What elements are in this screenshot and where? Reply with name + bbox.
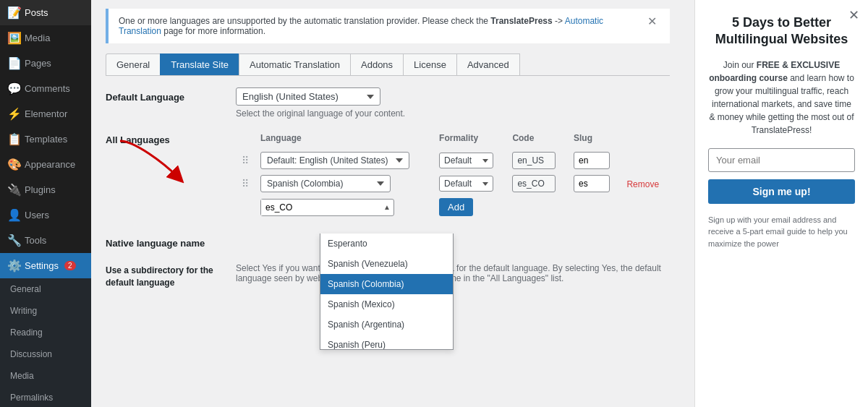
language-search-input[interactable] [261,200,380,215]
col-code: Code [506,130,568,149]
sidebar-item-media[interactable]: 🖼️ Media [0,25,91,51]
email-input[interactable] [708,148,855,172]
sidebar-item-users[interactable]: 👤 Users [0,202,91,228]
add-language-row: ▲ Add [236,195,670,219]
all-languages-row: All Languages Language Formality Code Sl… [106,130,670,219]
remove-language-button[interactable]: Remove [626,179,659,189]
sidebar-item-pages[interactable]: 📄 Pages [0,51,91,76]
submenu-item-media[interactable]: Media [0,365,91,387]
default-language-row: Default Language English (United States)… [106,87,670,119]
sidebar-item-posts[interactable]: 📝 Posts [0,0,91,25]
panel-footer-text: Sign up with your email address and rece… [708,214,855,250]
sidebar-item-templates[interactable]: 📋 Templates [0,127,91,152]
sidebar-item-comments[interactable]: 💬 Comments [0,76,91,101]
templates-icon: 📋 [7,132,20,146]
code-input-1[interactable] [512,152,556,169]
languages-table: Language Formality Code Slug ⠿ [236,130,670,219]
appearance-icon: 🎨 [7,158,20,171]
panel-close-button[interactable]: ✕ [848,7,859,23]
tab-general[interactable]: General [106,53,161,75]
formality-select-1[interactable]: Default [439,153,493,168]
right-panel: ✕ 5 Days to Better Multilingual Websites… [694,0,868,407]
sidebar-item-label: Elementor [25,108,67,119]
submenu-item-reading[interactable]: Reading [0,322,91,343]
dropdown-item[interactable]: Spanish (Venezuela) [320,254,453,274]
dropdown-item[interactable]: Spanish (Mexico) [320,294,453,314]
tools-icon: 🔧 [7,234,20,247]
panel-title: 5 Days to Better Multilingual Websites [708,14,855,48]
dropdown-item[interactable]: Spanish (Argentina) [320,314,453,335]
slug-input-1[interactable] [574,152,610,169]
sidebar-item-label: Settings [25,260,59,271]
submenu-label: General [10,284,41,294]
tab-license[interactable]: License [403,53,457,75]
submenu-label: Discussion [10,349,52,359]
sidebar-item-elementor[interactable]: ⚡ Elementor [0,101,91,127]
submenu-item-permalinks[interactable]: Permalinks [0,387,91,407]
sidebar-item-label: Pages [25,58,51,69]
media-icon: 🖼️ [7,31,20,45]
panel-body: Join our FREE & EXCLUSIVE onboarding cou… [708,59,855,137]
sidebar-item-label: Templates [25,134,67,145]
pages-icon: 📄 [7,56,20,70]
users-icon: 👤 [7,208,20,222]
sidebar-item-tools[interactable]: 🔧 Tools [0,228,91,253]
sidebar-item-appearance[interactable]: 🎨 Appearance [0,152,91,177]
sidebar-item-label: Users [25,210,49,220]
drag-handle-icon[interactable]: ⠿ [242,155,249,166]
notice-banner: One or more languages are unsupported by… [106,9,670,43]
language-dropdown: Esperanto Spanish (Venezuela) Spanish (C… [320,234,454,350]
native-language-label: Native language name [106,234,221,249]
table-row: ⠿ Spanish (Colombia) Default [236,172,670,195]
language-select-2[interactable]: Spanish (Colombia) [260,175,391,192]
sidebar: 📝 Posts 🖼️ Media 📄 Pages 💬 Comments ⚡ El… [0,0,91,407]
sidebar-item-label: Tools [25,235,46,246]
tab-addons[interactable]: Addons [350,53,404,75]
col-slug: Slug [568,130,621,149]
add-language-button[interactable]: Add [439,198,473,216]
all-languages-control: Language Formality Code Slug ⠿ [236,130,670,219]
posts-icon: 📝 [7,6,20,20]
sidebar-item-label: Media [25,33,50,43]
default-language-hint: Select the original language of your con… [236,108,670,119]
tab-advanced[interactable]: Advanced [456,53,520,75]
submenu-item-writing[interactable]: Writing [0,300,91,322]
default-language-control: English (United States) Select the origi… [236,87,670,119]
default-language-select[interactable]: English (United States) [236,87,380,106]
comments-icon: 💬 [7,82,20,95]
col-language: Language [255,130,433,149]
main-content: One or more languages are unsupported by… [91,0,694,407]
tabs-bar: General Translate Site Automatic Transla… [106,53,670,76]
sidebar-item-label: Appearance [25,159,75,170]
dropdown-list: Esperanto Spanish (Venezuela) Spanish (C… [320,234,453,349]
dropdown-item[interactable]: Spanish (Peru) [320,335,453,349]
submenu-label: Writing [10,306,37,316]
translatepress-link[interactable]: TranslatePress [490,16,552,26]
slug-input-2[interactable] [574,175,610,192]
notice-text: One or more languages are unsupported by… [119,16,644,36]
sidebar-item-settings[interactable]: ⚙️ Settings 2 [0,253,91,278]
dropdown-item[interactable]: Esperanto [320,234,453,254]
dropdown-item-selected[interactable]: Spanish (Colombia) [320,274,453,294]
elementor-icon: ⚡ [7,107,20,121]
code-input-2[interactable] [512,175,556,192]
submenu-item-discussion[interactable]: Discussion [0,343,91,365]
notice-close-button[interactable]: ✕ [644,16,660,27]
table-row: ⠿ Default: English (United States) Defau… [236,149,670,172]
submenu-label: Reading [10,327,43,338]
submenu-item-general[interactable]: General [0,278,91,300]
tab-translate-site[interactable]: Translate Site [160,53,239,75]
language-select-1[interactable]: Default: English (United States) [260,152,409,169]
tab-automatic-translation[interactable]: Automatic Translation [239,53,351,75]
sidebar-item-plugins[interactable]: 🔌 Plugins [0,177,91,202]
all-languages-label: All Languages [106,130,221,145]
formality-select-2[interactable]: Default [439,176,493,192]
dropdown-arrow-icon: ▲ [380,203,393,211]
sidebar-item-label: Plugins [25,184,56,195]
signup-button[interactable]: Sign me up! [708,179,855,204]
settings-submenu: General Writing Reading Discussion Media… [0,278,91,407]
sidebar-item-label: Posts [25,7,48,18]
sidebar-item-label: Comments [25,83,70,94]
submenu-label: Media [10,371,34,381]
drag-handle-icon[interactable]: ⠿ [242,178,249,189]
